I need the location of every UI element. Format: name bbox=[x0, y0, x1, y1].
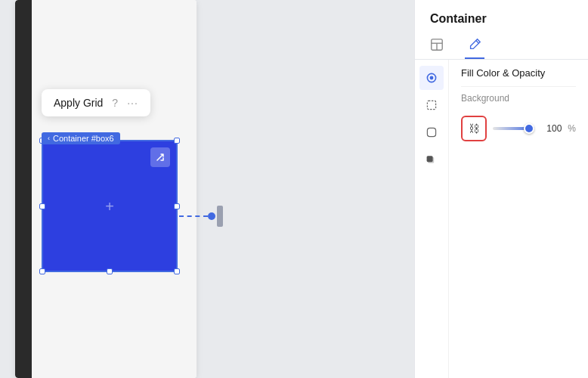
svg-line-3 bbox=[476, 41, 479, 44]
fill-color-section-header: Fill Color & Opacity bbox=[449, 60, 588, 86]
opacity-unit: % bbox=[568, 123, 576, 134]
expand-icon[interactable] bbox=[150, 147, 170, 167]
svg-rect-8 bbox=[427, 156, 433, 162]
apply-grid-tooltip[interactable]: Apply Grid ? ··· bbox=[42, 89, 150, 116]
chain-link-icon: ⛓ bbox=[469, 122, 479, 135]
handle-top-right[interactable] bbox=[174, 138, 180, 144]
mobile-left-strip bbox=[15, 0, 32, 378]
connector-dashed-line bbox=[179, 215, 208, 217]
apply-grid-label: Apply Grid bbox=[54, 97, 103, 109]
canvas-area: Apply Grid ? ··· ‹ Container #box6 + bbox=[0, 0, 414, 378]
tab-layout[interactable] bbox=[427, 32, 447, 59]
container-breadcrumb-tag[interactable]: ‹ Container #box6 bbox=[42, 132, 120, 144]
connector-dot bbox=[208, 212, 215, 220]
tooltip-more-options[interactable]: ··· bbox=[127, 97, 138, 109]
opacity-slider-container bbox=[493, 127, 534, 130]
panel-tabs bbox=[415, 32, 588, 60]
tooltip-question-mark: ? bbox=[112, 97, 118, 109]
plus-icon[interactable]: + bbox=[105, 197, 114, 215]
opacity-slider-thumb[interactable] bbox=[524, 123, 534, 134]
svg-point-4 bbox=[430, 76, 434, 80]
background-label: Background bbox=[461, 93, 576, 104]
container-tag-label: Container #box6 bbox=[53, 134, 114, 143]
side-icon-fill[interactable] bbox=[419, 66, 444, 90]
panel-body: Fill Color & Opacity Background ⛓ 100 % bbox=[415, 60, 588, 378]
handle-middle-left[interactable] bbox=[39, 203, 45, 209]
panel-title: Container bbox=[415, 0, 588, 32]
panel-content: Fill Color & Opacity Background ⛓ 100 % bbox=[449, 60, 588, 378]
connector-line bbox=[179, 206, 223, 227]
side-icons-column bbox=[415, 60, 449, 378]
opacity-slider-track[interactable] bbox=[493, 127, 534, 130]
background-row: Background bbox=[449, 87, 588, 113]
side-icon-border[interactable] bbox=[419, 93, 444, 117]
side-icon-shadow[interactable] bbox=[419, 147, 444, 172]
color-swatch-box[interactable]: ⛓ bbox=[461, 116, 487, 141]
tab-style[interactable] bbox=[465, 32, 484, 59]
selected-container-box[interactable]: + bbox=[42, 140, 178, 272]
color-opacity-row: ⛓ 100 % bbox=[449, 113, 588, 147]
fill-color-label: Fill Color & Opacity bbox=[461, 67, 545, 79]
opacity-value: 100 bbox=[540, 123, 562, 134]
handle-bottom-middle[interactable] bbox=[107, 268, 113, 274]
svg-rect-5 bbox=[427, 101, 435, 109]
side-icon-corner[interactable] bbox=[419, 120, 444, 144]
breadcrumb-chevron-icon: ‹ bbox=[48, 135, 50, 142]
svg-rect-6 bbox=[427, 128, 435, 136]
connector-bar bbox=[217, 206, 223, 227]
handle-bottom-right[interactable] bbox=[174, 268, 180, 274]
handle-bottom-left[interactable] bbox=[39, 268, 45, 274]
right-panel: Container bbox=[414, 0, 588, 378]
